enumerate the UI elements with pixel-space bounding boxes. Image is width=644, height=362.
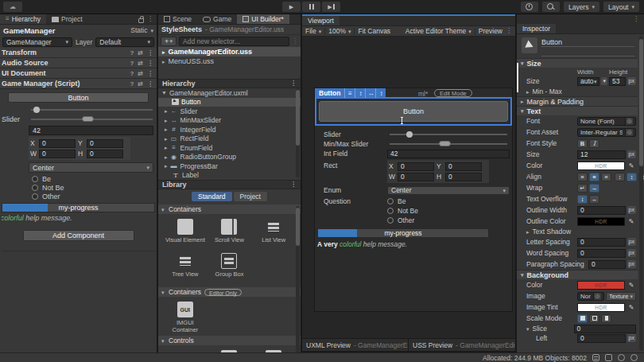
text-shadow-foldout[interactable]: ▸ Text Shadow	[517, 227, 638, 236]
minmax-foldout[interactable]: ▸ Min - Max	[517, 87, 638, 96]
scrollbar-thumb[interactable]	[639, 39, 643, 166]
scale-fit-button[interactable]	[589, 314, 599, 323]
cloud-services-button[interactable]: ☁	[3, 2, 22, 12]
layer-dropdown[interactable]: Default ▾	[95, 37, 154, 47]
kebab-menu-icon[interactable]: ⋮	[147, 70, 153, 77]
tree-item-enumfield[interactable]: ▸ ≡ EnumField	[158, 143, 301, 153]
help-icon[interactable]: ?	[130, 49, 134, 56]
help-icon[interactable]: ?	[130, 80, 134, 88]
enum-dropdown[interactable]: Center ▾	[387, 186, 510, 195]
element-class-field[interactable]	[541, 47, 634, 56]
selection-outline[interactable]: Button	[315, 97, 512, 126]
kebab-menu-icon[interactable]: ⋮	[147, 49, 153, 56]
paragraph-spacing-field[interactable]: 0	[588, 260, 626, 269]
foldout-icon[interactable]: ▸	[165, 118, 168, 123]
image-tint-swatch[interactable]: HDR	[577, 303, 625, 312]
background-color-swatch[interactable]: HDR	[577, 281, 625, 290]
foldout-icon[interactable]: ▸	[165, 154, 168, 160]
overflow-clip-button[interactable]: ↕	[577, 195, 588, 204]
italic-button[interactable]: I	[589, 139, 599, 148]
kebab-menu-icon[interactable]: ⋮	[290, 181, 297, 188]
tree-item-slider[interactable]: ▸ ← Slider	[158, 107, 301, 116]
scale-crop-button[interactable]	[601, 314, 611, 323]
rect-h-field[interactable]: 0	[87, 150, 123, 158]
eyedropper-icon[interactable]: ✎	[627, 282, 636, 289]
pause-button[interactable]	[302, 2, 320, 12]
component-header-game-manager-script[interactable]: Game Manager (Script) ?⇄⋮	[0, 79, 157, 89]
library-scrollbar[interactable]	[296, 206, 300, 353]
outline-color-swatch[interactable]: HDR	[577, 217, 625, 226]
foldout-icon[interactable]: ▸	[162, 59, 165, 64]
library-containers-editor-only-foldout[interactable]: ▾ Containers Editor Only	[158, 287, 301, 297]
eyedropper-icon[interactable]: ✎	[627, 304, 636, 311]
eyedropper-icon[interactable]: ✎	[627, 162, 636, 169]
library-item-visual-element[interactable]: Visual Element	[163, 219, 208, 250]
scrollbar-thumb[interactable]	[296, 90, 300, 146]
radio-option-be[interactable]: Be	[387, 197, 418, 206]
component-header-audio-source[interactable]: Audio Source ?⇄⋮	[0, 58, 157, 68]
overflow-ellipsis-button[interactable]: ↔	[589, 195, 599, 204]
int-field[interactable]: 42	[387, 150, 510, 158]
component-header-transform[interactable]: Transform ?⇄⋮	[0, 48, 157, 58]
letter-spacing-unit[interactable]: px	[627, 238, 636, 246]
slice-field[interactable]: 0	[574, 325, 636, 333]
layers-dropdown[interactable]: Layers ▾	[564, 2, 599, 12]
anchor-vertical-icon[interactable]: ↕	[355, 88, 365, 98]
kebab-menu-icon[interactable]: ⋮	[292, 38, 298, 45]
foldout-open-icon[interactable]: ▼	[161, 90, 167, 95]
width-dropdown[interactable]: auto ▾	[577, 77, 599, 86]
tree-item-rectfield[interactable]: ▸ ▭ RectField	[158, 134, 301, 144]
library-item-list-view[interactable]: List View	[251, 219, 296, 250]
tree-item-radiobuttongroup[interactable]: ▸ ◉ RadioButtonGroup	[158, 153, 301, 162]
add-selector-button[interactable]: + ▾	[161, 37, 177, 46]
library-controls-foldout[interactable]: ▾ Controls	[158, 336, 301, 345]
kebab-menu-icon[interactable]: ⋮	[290, 80, 297, 87]
anchor-stretch-icon[interactable]: ↕	[375, 88, 386, 98]
theme-dropdown[interactable]: Active Editor Theme ▾	[405, 27, 471, 35]
background-image-object-field[interactable]: None (T ◎	[577, 292, 604, 301]
rect-y-field[interactable]: 0	[445, 162, 482, 171]
presets-icon[interactable]: ⇄	[138, 60, 143, 67]
status-console-icon[interactable]	[592, 354, 599, 361]
text-color-swatch[interactable]: HDR	[577, 162, 625, 170]
scrollbar-thumb[interactable]	[296, 208, 300, 246]
enum-dropdown[interactable]: Center ▾	[29, 162, 153, 173]
int-field[interactable]: 42	[29, 126, 153, 135]
radio-option-be[interactable]: Be	[32, 174, 155, 183]
slice-left-field[interactable]: 0	[577, 334, 626, 343]
search-button[interactable]	[542, 2, 560, 12]
outline-width-field[interactable]: 0	[577, 206, 626, 215]
slider-handle[interactable]	[33, 107, 40, 113]
slider-track[interactable]	[390, 134, 507, 135]
letter-spacing-field[interactable]: 0	[577, 238, 626, 247]
step-button[interactable]: ▶	[322, 2, 340, 12]
tab-scene[interactable]: Scene	[158, 14, 197, 24]
margin-padding-foldout[interactable]: ▸ Margin & Padding	[517, 96, 638, 106]
presets-icon[interactable]: ⇄	[138, 49, 143, 56]
play-button[interactable]: ▶	[282, 2, 301, 12]
uss-preview-pane[interactable]: USS Preview - GameManagerEdit	[409, 341, 515, 349]
rect-h-field[interactable]: 0	[445, 173, 482, 181]
rect-w-field[interactable]: 0	[39, 150, 76, 158]
static-dropdown-icon[interactable]: ▾	[150, 28, 153, 33]
library-item-imgui-container[interactable]: GUI IMGUI Container	[163, 302, 208, 333]
hierarchy-scrollbar[interactable]	[296, 88, 300, 177]
slider-handle[interactable]	[406, 131, 413, 138]
stylesheet-row-gamemanagereditor[interactable]: ▸ GameManagerEditor.uss	[158, 47, 301, 56]
tree-item-label-element[interactable]: T Label	[158, 171, 301, 181]
object-picker-icon[interactable]: ◎	[625, 117, 633, 126]
radio-option-other[interactable]: Other	[387, 216, 418, 225]
tab-project[interactable]: Project	[46, 14, 87, 24]
uxml-preview-pane[interactable]: UXML Preview - GameManagerEditor.uxml* ↗	[302, 341, 408, 349]
library-tab-standard[interactable]: Standard	[192, 192, 232, 201]
radio-option-not-be[interactable]: Not Be	[387, 206, 418, 216]
size-section-header[interactable]: ▾ Size	[517, 58, 638, 68]
file-menu[interactable]: File ▾	[305, 27, 321, 35]
foldout-icon[interactable]: ▸	[165, 127, 168, 132]
library-item-group-box[interactable]: Group Box	[208, 253, 252, 284]
lock-icon[interactable]	[138, 18, 144, 23]
status-services-icon[interactable]	[618, 354, 625, 361]
minmax-slider-track[interactable]	[31, 119, 153, 120]
rect-w-field[interactable]: 0	[398, 173, 434, 181]
slice-left-unit[interactable]: px	[627, 334, 636, 342]
